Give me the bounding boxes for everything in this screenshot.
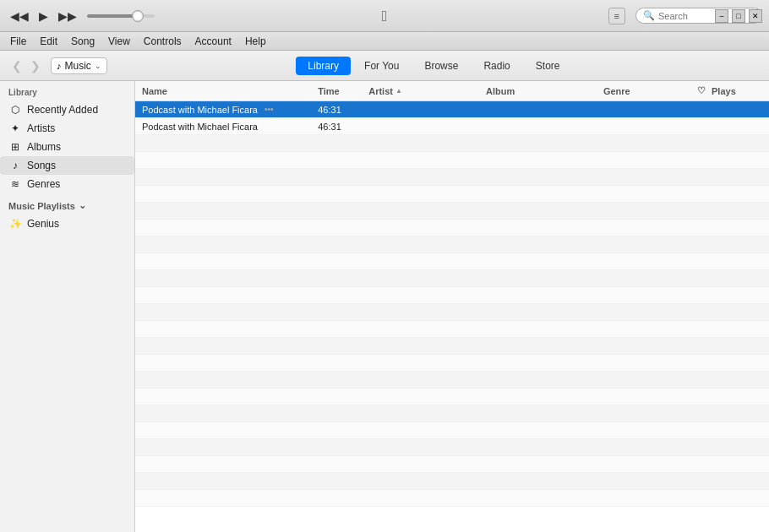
empty-row xyxy=(135,304,769,321)
empty-row xyxy=(135,270,769,287)
empty-row xyxy=(135,405,769,422)
play-button[interactable]: ▶ xyxy=(35,8,52,24)
sidebar-item-genres[interactable]: ≋ Genres xyxy=(0,175,134,193)
sidebar-item-songs[interactable]: ♪ Songs xyxy=(0,156,134,175)
empty-row xyxy=(135,169,769,186)
empty-row xyxy=(135,321,769,338)
menu-bar: File Edit Song View Controls Account Hel… xyxy=(0,32,769,51)
sidebar-item-label-genius: Genius xyxy=(27,218,59,230)
main-content: Library ⬡ Recently Added ✦ Artists ⊞ Alb… xyxy=(0,81,769,532)
empty-row xyxy=(135,186,769,203)
menu-song[interactable]: Song xyxy=(64,34,101,49)
music-note-icon: ♪ xyxy=(57,61,62,71)
col-header-artist[interactable]: Artist ▲ xyxy=(368,86,486,96)
back-button[interactable]: ◀◀ xyxy=(7,8,32,24)
nav-bar: ❮ ❯ ♪ Music ⌄ Library For You Browse Rad… xyxy=(0,51,769,81)
songs-icon: ♪ xyxy=(8,160,22,171)
empty-row xyxy=(135,456,769,473)
song-list-area: Name Time Artist ▲ Album Genre ♡ Plays xyxy=(135,81,769,532)
tab-bar: Library For You Browse Radio Store xyxy=(107,57,761,75)
nav-arrows: ❮ ❯ xyxy=(8,57,44,74)
table-row[interactable]: Podcast with Michael Ficara ••• 46:31 xyxy=(135,101,769,118)
tab-store[interactable]: Store xyxy=(524,57,572,75)
close-button[interactable]: ✕ xyxy=(749,9,762,23)
menu-account[interactable]: Account xyxy=(188,34,238,49)
empty-row xyxy=(135,355,769,372)
empty-row xyxy=(135,490,769,507)
empty-row xyxy=(135,135,769,152)
empty-row xyxy=(135,388,769,405)
music-label: Music xyxy=(65,60,91,72)
playlists-label: Music Playlists xyxy=(8,201,75,211)
empty-row xyxy=(135,253,769,270)
col-header-name[interactable]: Name xyxy=(142,86,318,96)
menu-icon-button[interactable]: ≡ xyxy=(608,8,625,24)
artists-icon: ✦ xyxy=(8,122,22,134)
tab-library[interactable]: Library xyxy=(296,57,351,75)
sidebar-item-label-albums: Albums xyxy=(27,141,61,153)
sidebar-item-label-songs: Songs xyxy=(27,160,56,171)
sort-arrow-icon: ▲ xyxy=(395,87,402,95)
empty-row xyxy=(135,152,769,169)
empty-row xyxy=(135,338,769,355)
music-selector[interactable]: ♪ Music ⌄ xyxy=(51,57,107,74)
menu-controls[interactable]: Controls xyxy=(137,34,188,49)
song-time-2: 46:31 xyxy=(318,122,368,132)
genius-icon: ✨ xyxy=(8,218,22,230)
sidebar-item-albums[interactable]: ⊞ Albums xyxy=(0,138,134,156)
playlists-chevron-icon: ⌄ xyxy=(79,200,86,211)
maximize-button[interactable]: □ xyxy=(732,9,745,23)
empty-row xyxy=(135,473,769,490)
transport-controls: ◀◀ ▶ ▶▶ xyxy=(7,8,80,24)
row-options-icon: ••• xyxy=(265,105,274,114)
empty-row xyxy=(135,287,769,304)
menu-file[interactable]: File xyxy=(3,34,33,49)
song-list-header: Name Time Artist ▲ Album Genre ♡ Plays xyxy=(135,81,769,101)
col-header-genre[interactable]: Genre xyxy=(603,86,691,96)
table-row[interactable]: Podcast with Michael Ficara 46:31 xyxy=(135,118,769,135)
menu-help[interactable]: Help xyxy=(238,34,273,49)
window-controls: – □ ✕ xyxy=(715,9,762,23)
song-name-2: Podcast with Michael Ficara xyxy=(142,122,318,132)
sidebar-item-label-genres: Genres xyxy=(27,178,60,190)
forward-button[interactable]: ▶▶ xyxy=(55,8,80,24)
minimize-button[interactable]: – xyxy=(715,9,728,23)
sidebar: Library ⬡ Recently Added ✦ Artists ⊞ Alb… xyxy=(0,81,135,532)
playlists-section-label[interactable]: Music Playlists ⌄ xyxy=(0,193,134,214)
apple-logo:  xyxy=(382,7,388,24)
menu-view[interactable]: View xyxy=(101,34,137,49)
tab-browse[interactable]: Browse xyxy=(412,57,470,75)
empty-row xyxy=(135,372,769,388)
menu-edit[interactable]: Edit xyxy=(33,34,64,49)
chevron-down-icon: ⌄ xyxy=(95,62,101,70)
col-header-plays[interactable]: Plays xyxy=(712,86,762,96)
song-time-1: 46:31 xyxy=(318,105,368,115)
empty-row xyxy=(135,422,769,439)
col-header-album[interactable]: Album xyxy=(486,86,603,96)
nav-forward-button[interactable]: ❯ xyxy=(27,57,44,74)
tab-for-you[interactable]: For You xyxy=(352,57,411,75)
tab-radio[interactable]: Radio xyxy=(472,57,521,75)
empty-row xyxy=(135,220,769,236)
sidebar-item-label-recently-added: Recently Added xyxy=(27,104,98,116)
col-header-heart: ♡ xyxy=(691,85,712,96)
sidebar-item-artists[interactable]: ✦ Artists xyxy=(0,119,134,138)
empty-row xyxy=(135,236,769,253)
search-icon: 🔍 xyxy=(643,10,655,21)
sidebar-item-label-artists: Artists xyxy=(27,122,55,134)
genres-icon: ≋ xyxy=(8,178,22,190)
recently-added-icon: ⬡ xyxy=(8,104,22,116)
nav-back-button[interactable]: ❮ xyxy=(8,57,25,74)
empty-row xyxy=(135,203,769,220)
albums-icon: ⊞ xyxy=(8,141,22,153)
library-section-label: Library xyxy=(0,81,134,100)
sidebar-item-recently-added[interactable]: ⬡ Recently Added xyxy=(0,100,134,119)
sidebar-item-genius[interactable]: ✨ Genius xyxy=(0,214,134,233)
song-name-1: Podcast with Michael Ficara ••• xyxy=(142,105,318,115)
empty-row xyxy=(135,439,769,456)
volume-slider[interactable] xyxy=(87,14,155,18)
title-bar: ◀◀ ▶ ▶▶  ≡ 🔍 – □ ✕ xyxy=(0,0,769,32)
col-header-time[interactable]: Time xyxy=(318,86,368,96)
